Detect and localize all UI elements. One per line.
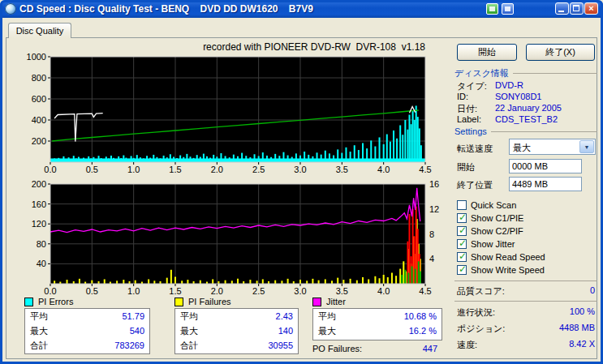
recorded-with-label: recorded with PIONEER DVD-RW DVR-108 v1.… [162,41,425,53]
svg-text:0.0: 0.0 [44,286,56,296]
maximize-button[interactable] [570,2,584,15]
disc-type-value: DVD-R [495,80,523,90]
chevron-down-icon[interactable]: ▼ [579,140,594,153]
svg-text:1.0: 1.0 [127,165,140,174]
svg-text:4.0: 4.0 [377,286,390,296]
svg-text:200: 200 [32,179,46,189]
jitter-legend: Jitter [312,297,346,306]
svg-text:2.0: 2.0 [211,165,223,174]
cd-app-icon [5,3,16,15]
checkbox-box[interactable] [457,239,467,249]
quality-score-row: 品質スコア: 0 [457,285,595,296]
svg-text:0.5: 0.5 [86,286,98,296]
disc-info-header-label: ディスク情報 [454,67,509,79]
checkbox-box[interactable] [457,226,467,236]
settings-header: Settings [454,126,597,136]
quality-score-label: 品質スコア: [457,286,505,296]
svg-text:40: 40 [37,259,46,268]
end-position-label: 終了位置 [457,179,493,191]
checkbox-label: Show Read Speed [471,252,545,262]
svg-text:80: 80 [37,239,46,249]
po-failures-row: PO Failures: 447 [312,344,442,353]
pi-errors-stats-box: 平均 51.79 最大 540 合計 783269 [24,308,150,354]
window-title: CD Speed : Disc Quality Test - BENQ DVD … [19,3,313,15]
progress-label: 進行状況: [457,307,495,317]
aux-green-icon[interactable] [486,3,498,15]
checkbox-label: Show Write Speed [471,265,545,275]
end-position-input[interactable] [509,177,582,191]
checkbox-show-read-speed[interactable]: Show Read Speed [457,251,545,263]
minimize-button[interactable] [555,2,569,15]
close-button[interactable]: × [584,2,598,15]
speed-row: 速度: 8.42 X [457,339,595,349]
quality-score-value: 0 [590,285,595,295]
checkbox-show-jitter[interactable]: Show Jitter [457,238,515,250]
pi-errors-legend: PI Errors [24,297,73,306]
tab-disc-quality[interactable]: Disc Quality [8,23,71,38]
progress-value: 100 % [570,306,595,316]
svg-text:8: 8 [429,229,434,239]
svg-text:4.5: 4.5 [419,165,431,174]
aux-blue-icon[interactable] [502,3,514,15]
svg-text:400: 400 [32,115,46,125]
svg-text:0.5: 0.5 [86,165,98,174]
speed-label: 速度: [457,340,477,349]
disc-id-label: ID: [457,92,468,101]
jitter-stats-box: 平均 10.68 % 最大 16.2 % [312,308,442,340]
checkbox-label: Show C2/PIF [471,226,523,236]
start-position-input[interactable] [509,159,582,173]
checkbox-box[interactable] [457,213,467,223]
stat-row: 合計 30955 [175,338,298,353]
checkbox-label: Show C1/PIE [471,213,523,223]
svg-text:16: 16 [429,179,439,189]
stat-row: 合計 783269 [25,338,149,353]
svg-text:4: 4 [429,254,434,263]
svg-text:1.0: 1.0 [127,286,140,296]
checkbox-box[interactable] [457,252,467,262]
svg-text:2.5: 2.5 [252,165,265,174]
divider [454,301,597,302]
checkbox-show-c2-pif[interactable]: Show C2/PIF [457,225,523,237]
exit-button[interactable]: 終了(X) [526,44,595,61]
svg-text:1.5: 1.5 [169,165,181,174]
disc-label-value: CDS_TEST_B2 [495,114,558,124]
svg-text:1000: 1000 [27,52,46,62]
position-value: 4488 MB [559,323,595,332]
svg-text:200: 200 [32,136,46,146]
pi-errors-swatch-icon [24,298,33,306]
stat-row: 平均 10.68 % [313,309,441,323]
pi-errors-title: PI Errors [38,297,73,306]
transfer-speed-select[interactable]: 最大 ▼ [509,139,596,155]
disc-info-header: ディスク情報 [454,68,597,78]
svg-text:4.5: 4.5 [419,286,431,296]
disc-date-label: 日付: [457,104,477,113]
disc-label-row: Label: CDS_TEST_B2 [457,114,597,125]
start-button[interactable]: 開始 [457,44,517,61]
checkbox-label: Show Jitter [471,239,515,249]
checkbox-quick-scan[interactable]: Quick Scan [457,199,516,211]
transfer-speed-value: 最大 [513,142,531,154]
disc-date-value: 22 January 2005 [495,103,562,113]
checkbox-label: Quick Scan [471,200,516,210]
svg-text:3.5: 3.5 [336,286,348,296]
pi-failures-legend: PI Failures [174,297,231,306]
pi-failures-swatch-icon [174,298,183,306]
svg-text:120: 120 [32,219,46,229]
stat-row: 平均 51.79 [25,309,149,323]
svg-text:3.5: 3.5 [336,165,348,174]
jitter-failures-chart: 40801201602000.00.51.01.52.02.53.03.54.0… [19,178,458,306]
checkbox-box[interactable] [457,200,467,210]
svg-text:3.0: 3.0 [294,286,306,296]
checkbox-show-write-speed[interactable]: Show Write Speed [457,264,545,276]
checkbox-box[interactable] [457,265,467,275]
disc-id-value: SONY08D1 [495,92,541,101]
po-failures-label: PO Failures: [312,344,362,353]
svg-text:0.0: 0.0 [44,165,56,174]
disc-label-label: Label: [457,114,481,124]
jitter-title: Jitter [326,297,346,306]
disc-date-row: 日付: 22 January 2005 [457,103,597,113]
titlebar[interactable]: CD Speed : Disc Quality Test - BENQ DVD … [0,0,603,18]
svg-text:2.0: 2.0 [211,286,223,296]
checkbox-show-c1-pie[interactable]: Show C1/PIE [457,212,523,224]
disc-type-label: タイプ: [457,81,487,91]
